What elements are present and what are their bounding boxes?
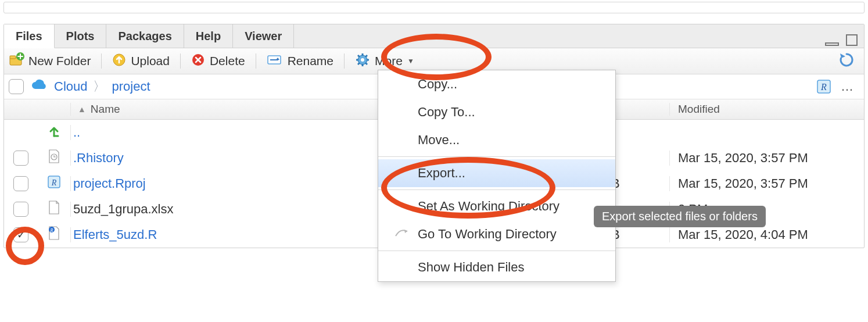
rename-icon	[267, 53, 283, 69]
new-folder-icon	[9, 53, 24, 70]
more-label: More	[375, 54, 403, 68]
rename-label: Rename	[288, 54, 333, 68]
svg-rect-1	[847, 35, 857, 45]
sort-asc-icon: ▲	[78, 105, 86, 114]
history-file-icon	[48, 149, 60, 167]
column-header-modified[interactable]: Modified	[669, 103, 864, 116]
delete-button[interactable]: Delete	[191, 53, 245, 70]
refresh-button[interactable]	[838, 52, 859, 71]
more-button[interactable]: More ▼	[355, 52, 414, 70]
file-modified: Mar 15, 2020, 3:57 PM	[669, 176, 864, 191]
upload-icon	[112, 53, 126, 70]
tab-files[interactable]: Files	[4, 24, 55, 48]
tab-viewer[interactable]: Viewer	[233, 24, 294, 48]
menu-item-export[interactable]: Export...	[378, 159, 615, 187]
rename-button[interactable]: Rename	[267, 53, 333, 69]
more-menu: Copy... Copy To... Move... Export... Set…	[378, 70, 616, 282]
rproj-icon[interactable]: R	[815, 78, 833, 95]
menu-separator	[378, 251, 615, 251]
svg-point-9	[361, 58, 364, 62]
new-folder-button[interactable]: New Folder	[9, 53, 91, 70]
menu-separator	[378, 156, 615, 157]
caret-down-icon: ▼	[407, 57, 414, 65]
svg-rect-0	[826, 43, 838, 45]
svg-text:R: R	[820, 82, 827, 92]
menu-item-copy[interactable]: Copy...	[378, 70, 615, 98]
cloud-icon	[30, 78, 48, 95]
row-checkbox[interactable]	[13, 176, 28, 191]
menu-item-move[interactable]: Move...	[378, 126, 615, 154]
refresh-icon	[838, 52, 855, 68]
row-checkbox[interactable]	[13, 151, 28, 166]
goto-arrow-icon	[394, 227, 408, 242]
new-folder-label: New Folder	[28, 54, 91, 68]
upload-button[interactable]: Upload	[112, 53, 170, 70]
gear-icon	[355, 52, 370, 70]
file-modified: Mar 15, 2020, 3:57 PM	[669, 151, 864, 166]
empty-top-panel	[3, 2, 865, 13]
delete-icon	[191, 53, 205, 70]
menu-item-copy-to[interactable]: Copy To...	[378, 98, 615, 126]
file-modified: Mar 15, 2020, 4:04 PM	[669, 227, 864, 242]
menu-item-show-hidden[interactable]: Show Hidden Files	[378, 253, 615, 281]
r-file-icon: R	[48, 226, 60, 244]
row-checkbox[interactable]	[13, 227, 28, 242]
menu-item-goto-wd[interactable]: Go To Working Directory	[378, 220, 615, 248]
maximize-icon[interactable]	[845, 34, 858, 46]
minimize-icon[interactable]	[824, 37, 840, 46]
menu-item-set-wd[interactable]: Set As Working Directory	[378, 192, 615, 220]
more-paths-button[interactable]: …	[838, 78, 856, 95]
row-checkbox[interactable]	[13, 202, 28, 217]
tab-packages[interactable]: Packages	[106, 24, 184, 48]
delete-label: Delete	[210, 54, 245, 68]
svg-rect-3	[10, 56, 16, 59]
menu-separator	[378, 189, 615, 190]
generic-file-icon	[48, 200, 60, 219]
svg-text:R: R	[50, 228, 53, 233]
svg-text:R: R	[51, 178, 57, 187]
chevron-right-icon: 〉	[93, 78, 106, 95]
select-all-checkbox[interactable]	[9, 79, 24, 94]
rproj-file-icon: R	[47, 175, 61, 192]
up-arrow-icon	[48, 124, 60, 141]
upload-label: Upload	[131, 54, 170, 68]
breadcrumb-current[interactable]: project	[112, 79, 150, 94]
breadcrumb-root[interactable]: Cloud	[54, 79, 87, 94]
tab-plots[interactable]: Plots	[55, 24, 107, 48]
pane-tabs: Files Plots Packages Help Viewer	[4, 24, 864, 48]
export-tooltip: Export selected files or folders	[594, 206, 766, 227]
tab-help[interactable]: Help	[184, 24, 233, 48]
